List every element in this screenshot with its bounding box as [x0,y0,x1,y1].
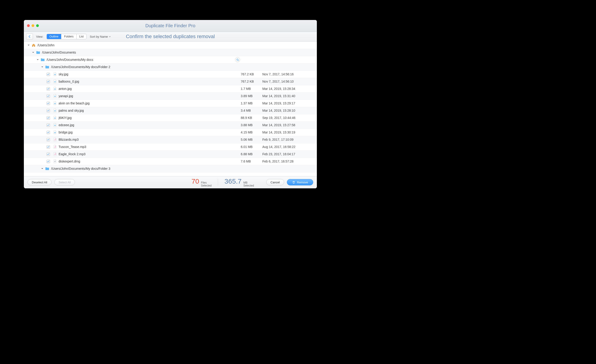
file-checkbox[interactable] [46,95,50,98]
app-window: Duplicate File Finder Pro View: Outline … [24,20,317,188]
remove-button[interactable]: Remove [287,179,313,185]
svg-point-20 [55,147,56,148]
file-size: 3.4 MB [241,109,262,112]
file-date: Feb 9, 2017, 17:10:09 [262,138,310,141]
tree-row-level3b[interactable]: /Users/John/Documents/My docs/Folder 3 [24,165,317,173]
chevron-down-icon [109,36,111,38]
file-tree: /Users/John /Users/John/Documents /Users… [24,42,317,176]
minimize-window-button[interactable] [32,24,34,27]
tree-row-level1[interactable]: /Users/John/Documents [24,49,317,56]
file-date: Mar 14, 2019, 15:28:10 [262,109,310,112]
file-row[interactable]: bridge.jpg4.15 MBMar 14, 2019, 15:30:19 [24,129,317,136]
file-row[interactable]: balloons_0.jpg767.2 KBNov 7, 2017, 14:56… [24,78,317,85]
select-all-button[interactable]: Select All [54,179,75,185]
file-checkbox[interactable] [46,145,50,149]
file-row[interactable]: edceee.jpg3.88 MBMar 14, 2019, 15:27:58 [24,122,317,129]
tree-row-level2[interactable]: /Users/John/Documents/My docs [24,56,317,64]
sort-dropdown[interactable]: Sort by Name [90,35,111,38]
close-window-button[interactable] [27,24,30,27]
file-row[interactable]: palms and sky.jpg3.4 MBMar 14, 2019, 15:… [24,107,317,114]
file-checkbox[interactable] [46,124,50,127]
file-date: Nov 7, 2017, 14:56:10 [262,80,310,83]
image-file-icon [53,116,57,120]
file-checkbox[interactable] [46,160,50,163]
file-checkbox[interactable] [46,131,50,134]
image-file-icon [53,94,57,98]
audio-file-icon [53,138,57,142]
folder-icon [36,51,40,54]
file-name: yanapi.jpg [59,94,241,98]
path-label: /Users/John [37,43,310,47]
image-file-icon [53,87,57,91]
file-row[interactable]: sky.jpg767.2 KBNov 7, 2017, 14:56:16 [24,71,317,78]
file-checkbox[interactable] [46,102,50,105]
view-mode-list[interactable]: List [76,34,86,39]
file-row[interactable]: Tuscon_Tease.mp36.01 MBAug 14, 2017, 16:… [24,143,317,151]
disclosure-toggle[interactable] [36,58,39,61]
file-date: Mar 14, 2019, 15:30:19 [262,131,310,134]
file-date: Sep 19, 2017, 10:44:46 [262,116,310,120]
disclosure-toggle[interactable] [27,44,30,47]
file-size: 5.06 MB [241,138,262,141]
view-mode-folders[interactable]: Folders [61,34,76,39]
image-file-icon [53,80,57,84]
size-unit-bottom: Selected [243,184,254,187]
audio-file-icon [53,152,57,156]
disclosure-toggle[interactable] [41,167,44,170]
files-count: 70 [192,177,199,185]
folder-icon [41,58,45,61]
disclosure-toggle[interactable] [32,51,35,54]
file-row[interactable]: j6iKIY.jpg88.9 KBSep 19, 2017, 10:44:46 [24,114,317,122]
check-icon [47,146,50,148]
image-file-icon [53,123,57,127]
file-size: 4.15 MB [241,131,262,134]
toolbar: View: Outline Folders List Sort by Name … [24,32,317,42]
file-size: 1.7 MB [241,87,262,91]
check-icon [47,87,50,90]
files-unit-top: Files [201,181,212,184]
folder-icon [45,65,49,69]
file-checkbox[interactable] [46,109,50,112]
file-row[interactable]: anton.jpg1.7 MBMar 14, 2019, 15:28:34 [24,85,317,93]
file-checkbox[interactable] [46,153,50,156]
file-name: palms and sky.jpg [59,109,241,112]
check-icon [47,153,50,155]
disclosure-toggle[interactable] [41,65,44,69]
audio-file-icon [53,145,57,149]
file-row[interactable]: Eagle_Rock 2.mp36.88 MBFeb 23, 2017, 16:… [24,151,317,158]
check-icon [47,160,50,163]
file-row[interactable]: Blizzards.mp35.06 MBFeb 9, 2017, 17:10:0… [24,136,317,143]
triangle-down-icon [41,167,43,170]
file-checkbox[interactable] [46,138,50,141]
reveal-in-finder-button[interactable] [235,57,240,62]
zoom-window-button[interactable] [36,24,39,27]
check-icon [47,131,50,134]
file-checkbox[interactable] [46,80,50,83]
file-checkbox[interactable] [46,116,50,120]
size-unit-top: MB [243,181,254,184]
path-label: /Users/John/Documents [42,51,310,54]
check-icon [47,73,50,76]
file-row[interactable]: yanapi.jpg3.89 MBMar 14, 2019, 15:31:40 [24,93,317,100]
cancel-button[interactable]: Cancel [266,179,284,185]
file-row[interactable]: alvin on the beach.jpg1.37 MBMar 14, 201… [24,100,317,107]
svg-point-19 [55,140,56,140]
file-row[interactable]: diskexpert.dmg7.6 MBFeb 6, 2017, 16:57:2… [24,158,317,165]
check-icon [47,80,50,83]
tree-row-level3[interactable]: /Users/John/Documents/My docs/Folder 2 [24,64,317,71]
tree-row-root[interactable]: /Users/John [24,42,317,49]
file-checkbox[interactable] [46,87,50,91]
image-file-icon [53,130,57,134]
svg-rect-23 [54,161,55,161]
file-name: Eagle_Rock 2.mp3 [59,152,241,156]
file-checkbox[interactable] [46,73,50,76]
file-date: Mar 14, 2019, 15:29:17 [262,102,310,105]
file-name: diskexpert.dmg [59,160,241,163]
window-title: Duplicate File Finder Pro [24,23,317,28]
image-file-icon [53,109,57,113]
deselect-all-button[interactable]: Deselect All [28,179,52,185]
back-button[interactable] [26,33,33,40]
file-size: 767.2 KB [241,80,262,83]
svg-point-21 [55,154,56,155]
view-mode-outline[interactable]: Outline [47,34,61,39]
